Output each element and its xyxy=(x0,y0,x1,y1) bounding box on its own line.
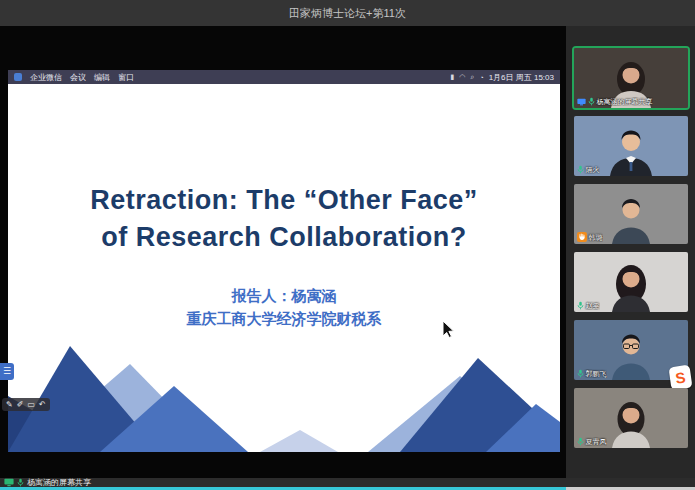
participant-label: 赵雯 xyxy=(577,301,600,310)
undo-icon[interactable]: ↶ xyxy=(39,400,46,409)
mic-icon xyxy=(577,301,584,310)
slide-subtitle: 报告人：杨寓涵 重庆工商大学经济学院财税系 xyxy=(8,284,560,330)
shape-icon[interactable]: ▭ xyxy=(27,400,35,409)
participant-tile-guopengfei[interactable]: 郭鹏飞 S xyxy=(574,320,688,380)
participant-tile-xiaqingfeng[interactable]: 夏青凤 xyxy=(574,388,688,448)
meeting-title: 田家炳博士论坛+第11次 xyxy=(289,6,406,21)
bottom-bar: 杨寓涵的屏幕共享 xyxy=(0,478,695,487)
slide-title-line1: Retraction: The “Other Face” xyxy=(8,182,560,219)
mic-icon xyxy=(577,165,584,174)
participant-tile-gehuo[interactable]: 隔火 xyxy=(574,116,688,176)
pen-icon[interactable]: ✎ xyxy=(6,400,13,409)
slide-presenter: 报告人：杨寓涵 xyxy=(8,284,560,307)
search-icon: ⌕ xyxy=(470,73,474,81)
menubar-item-window: 窗口 xyxy=(118,72,134,83)
shared-mac-menubar: 企业微信 会议 编辑 窗口 ▮ ◠ ⌕ ◔ 1月6日 周五 15:03 xyxy=(8,70,560,84)
participant-tile-yangyuhan[interactable]: 杨寓涵的屏幕共享 xyxy=(574,48,688,108)
highlighter-icon[interactable]: ✐ xyxy=(17,400,24,409)
participant-label: 杨寓涵的屏幕共享 xyxy=(577,97,653,106)
annotation-panel-toggle[interactable]: ☰ xyxy=(0,363,14,380)
participant-name: 杨寓涵的屏幕共享 xyxy=(597,97,653,106)
annotation-toolbar: ✎ ✐ ▭ ↶ xyxy=(2,398,50,411)
mouse-cursor xyxy=(442,320,456,338)
participant-label: 郭鹏飞 xyxy=(577,369,607,378)
participant-name: 隔火 xyxy=(586,165,600,174)
menubar-item-edit: 编辑 xyxy=(94,72,110,83)
menubar-item-app: 企业微信 xyxy=(30,72,62,83)
shared-screen-stage: 企业微信 会议 编辑 窗口 ▮ ◠ ⌕ ◔ 1月6日 周五 15:03 Retr… xyxy=(0,26,566,478)
menubar-item-meeting: 会议 xyxy=(70,72,86,83)
participant-name: 韩璐 xyxy=(589,233,603,242)
participant-label: 隔火 xyxy=(577,165,600,174)
meeting-titlebar: 田家炳博士论坛+第11次 xyxy=(0,0,695,26)
hand-raised-icon xyxy=(577,232,587,242)
participant-tile-hanlu[interactable]: 韩璐 xyxy=(574,184,688,244)
presentation-slide: Retraction: The “Other Face” of Research… xyxy=(8,84,560,452)
menubar-status-area: ▮ ◠ ⌕ ◔ 1月6日 周五 15:03 xyxy=(451,72,555,83)
shield-icon xyxy=(14,73,22,81)
mic-icon xyxy=(577,437,584,446)
control-center-icon: ◔ xyxy=(479,74,483,81)
screen-share-icon xyxy=(4,478,14,487)
participant-name: 郭鹏飞 xyxy=(586,369,607,378)
slide-title: Retraction: The “Other Face” of Research… xyxy=(8,182,560,256)
participant-name: 赵雯 xyxy=(586,301,600,310)
slide-title-line2: of Research Collaboration? xyxy=(8,219,560,256)
participant-name: 夏青凤 xyxy=(586,437,607,446)
menubar-clock: 1月6日 周五 15:03 xyxy=(489,72,554,83)
mic-icon xyxy=(588,97,595,106)
slide-triangles-graphic xyxy=(8,334,560,452)
sogou-input-icon: S xyxy=(668,365,692,391)
screen-share-icon xyxy=(577,98,586,106)
participant-label: 韩璐 xyxy=(577,232,603,242)
participants-sidebar: 杨寓涵的屏幕共享 隔火 xyxy=(566,26,695,478)
share-banner-label: 杨寓涵的屏幕共享 xyxy=(27,478,91,487)
mic-icon xyxy=(17,478,24,487)
battery-icon: ▮ xyxy=(451,73,455,81)
slide-affiliation: 重庆工商大学经济学院财税系 xyxy=(8,307,560,330)
mic-icon xyxy=(577,369,584,378)
wifi-icon: ◠ xyxy=(459,73,465,81)
participant-tile-zhaowen[interactable]: 赵雯 xyxy=(574,252,688,312)
participant-label: 夏青凤 xyxy=(577,437,607,446)
